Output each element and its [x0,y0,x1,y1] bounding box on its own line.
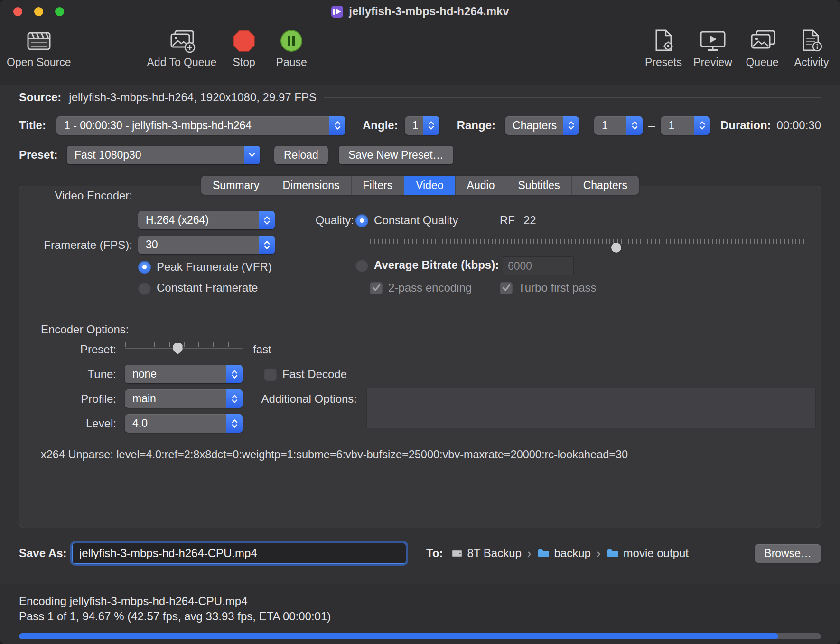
rf-value: 22 [523,214,536,227]
window-title-area: jellyfish-3-mbps-hd-h264.mkv [0,0,840,23]
save-new-preset-button[interactable]: Save New Preset… [339,146,453,164]
turbo-first-pass-option[interactable]: Turbo first pass [500,281,597,294]
path-separator: › [526,546,532,561]
framerate-label: Framerate (FPS): [19,236,132,254]
two-pass-option[interactable]: 2-pass encoding [370,281,472,294]
stepper-icon [563,116,579,135]
queue-photos-icon [748,28,776,54]
clapperboard-icon [25,28,53,54]
chapter-start-select[interactable]: 1 [594,116,643,135]
add-to-queue-button[interactable]: Add To Queue [147,28,217,69]
angle-select-value: 1 [405,119,423,132]
tab-video[interactable]: Video [404,176,455,195]
tab-subtitles[interactable]: Subtitles [506,176,571,195]
turbo-first-pass-checkbox[interactable] [500,282,513,294]
close-window-button[interactable] [13,7,22,16]
activity-button[interactable]: Activity [792,28,831,69]
constant-framerate-radio[interactable] [138,282,151,294]
average-bitrate-radio[interactable] [355,259,368,272]
traffic-lights [13,7,64,16]
stepper-icon [259,211,275,229]
path-item-backup[interactable]: backup [537,547,591,560]
path-item-label: backup [554,547,591,560]
chapter-end-select[interactable]: 1 [661,116,710,135]
preset-select[interactable]: Fast 1080p30 [67,146,260,164]
stepper-icon [329,116,345,135]
zoom-window-button[interactable] [55,7,64,16]
chapter-end-value: 1 [661,119,694,132]
peak-framerate-radio[interactable] [138,261,151,274]
presets-document-gear-icon [650,28,677,54]
stepper-icon [694,116,710,135]
destination-path: 8T Backup › backup › movie output [451,546,689,561]
quality-slider-ticks [370,239,805,244]
average-bitrate-option[interactable]: Average Bitrate (kbps): [355,258,499,272]
duration-value: 00:00:30 [777,119,821,132]
fast-decode-label: Fast Decode [282,368,347,381]
constant-quality-radio[interactable] [355,214,368,227]
video-encoder-select[interactable]: H.264 (x264) [138,211,275,229]
activity-label: Activity [794,56,829,69]
peak-framerate-label: Peak Framerate (VFR) [157,260,272,274]
reload-button[interactable]: Reload [274,146,328,164]
encoding-progress-bar [19,633,821,639]
path-item-volume[interactable]: 8T Backup [451,547,522,560]
open-source-button[interactable]: Open Source [7,28,71,69]
fast-decode-checkbox[interactable] [264,368,277,381]
add-to-queue-label: Add To Queue [147,56,217,69]
two-pass-checkbox[interactable] [370,282,383,294]
range-separator: – [648,118,655,133]
two-pass-label: 2-pass encoding [388,281,472,294]
fast-decode-option[interactable]: Fast Decode [264,368,347,381]
tune-select[interactable]: none [125,365,243,383]
preset-slider-ticks [125,342,243,347]
encoder-preset-slider[interactable] [125,342,243,356]
handbrake-window: jellyfish-3-mbps-hd-h264.mkv Open Source [0,0,840,644]
path-item-movie-output[interactable]: movie output [607,547,689,560]
profile-label: Profile: [19,389,116,408]
stepper-icon [259,236,275,254]
level-select[interactable]: 4.0 [125,414,243,433]
additional-options-input[interactable] [366,388,816,428]
minimize-window-button[interactable] [34,7,43,16]
tab-filters[interactable]: Filters [352,176,405,195]
path-item-label: 8T Backup [467,547,522,560]
pause-button[interactable]: Pause [271,28,311,69]
peak-framerate-option[interactable]: Peak Framerate (VFR) [138,260,272,274]
presets-button[interactable]: Presets [644,28,683,69]
toolbar-action-group: Add To Queue Stop Pause [147,28,312,69]
folder-icon [537,548,550,559]
path-separator: › [596,546,602,561]
tab-audio[interactable]: Audio [456,176,507,195]
tab-summary[interactable]: Summary [201,176,271,195]
stepper-icon [226,365,243,383]
quality-slider-thumb[interactable] [611,243,621,253]
save-as-input[interactable] [72,543,406,564]
to-label: To: [426,547,443,560]
tabs-row: Summary Dimensions Filters Video Audio S… [0,176,840,195]
preset-row: Preset: Fast 1080p30 Reload Save New Pre… [0,144,840,165]
tab-dimensions[interactable]: Dimensions [271,176,351,195]
framerate-select[interactable]: 30 [138,236,275,254]
average-bitrate-input[interactable] [503,256,574,275]
queue-button[interactable]: Queue [742,28,782,69]
constant-framerate-option[interactable]: Constant Framerate [138,281,258,294]
constant-quality-option[interactable]: Constant Quality [355,214,458,227]
angle-select[interactable]: 1 [405,116,439,135]
quality-slider[interactable] [370,239,805,254]
preset-select-value: Fast 1080p30 [67,149,244,161]
encoding-progress-line: Pass 1 of 1, 94.67 % (42.57 fps, avg 33.… [19,609,821,624]
tab-chapters[interactable]: Chapters [572,176,639,195]
preset-slider-thumb[interactable] [173,343,183,354]
title-select[interactable]: 1 - 00:00:30 - jellyfish-3-mbps-hd-h264 [56,116,345,135]
source-label: Source: [19,91,61,104]
folder-icon [607,548,619,559]
range-type-select[interactable]: Chapters [505,116,579,135]
video-settings-tabs: Summary Dimensions Filters Video Audio S… [201,176,639,195]
browse-button[interactable]: Browse… [755,544,821,563]
rf-readout: RF 22 [500,211,536,229]
stop-button[interactable]: Stop [224,28,264,69]
status-bar: Encoding jellyfish-3-mbps-hd-h264-CPU.mp… [0,584,840,644]
preview-button[interactable]: Preview [693,28,733,69]
document-icon [331,5,344,18]
